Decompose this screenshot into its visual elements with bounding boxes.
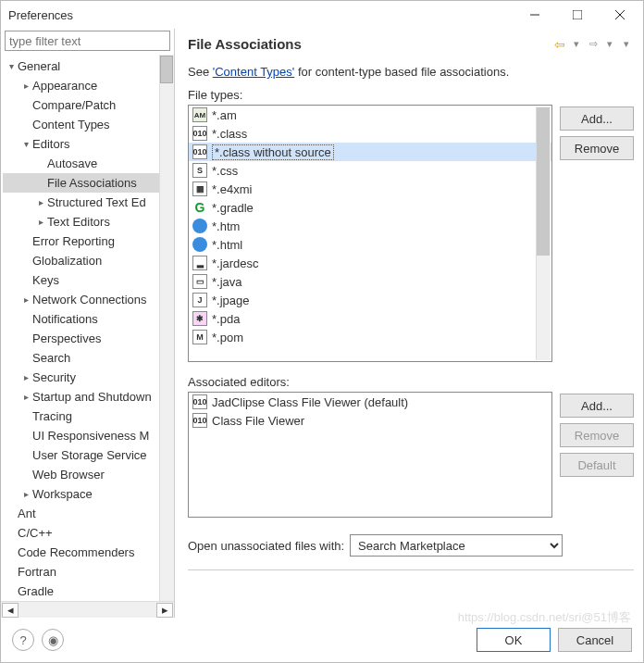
expand-icon[interactable] [5, 507, 18, 520]
tree-node[interactable]: Error Reporting [3, 231, 174, 251]
ok-button[interactable]: OK [477, 628, 551, 652]
content-types-link[interactable]: 'Content Types' [213, 65, 295, 79]
list-item[interactable]: 010Class File Viewer [189, 411, 551, 430]
tree-node[interactable]: ▾General [3, 56, 174, 76]
tree-node[interactable]: File Associations [3, 173, 174, 193]
tree-node[interactable]: Autosave [3, 154, 174, 173]
help-icon[interactable]: ? [12, 629, 34, 651]
expand-icon[interactable]: ▾ [19, 138, 32, 151]
list-item[interactable]: *.htm [189, 217, 551, 235]
preference-tree[interactable]: ▾General▸AppearanceCompare/PatchContent … [1, 55, 174, 601]
editors-list[interactable]: 010JadClipse Class File Viewer (default)… [188, 392, 552, 518]
list-item[interactable]: *.html [189, 235, 551, 254]
expand-icon[interactable] [5, 585, 18, 598]
add-editor-button[interactable]: Add... [560, 394, 634, 418]
tree-node[interactable]: Globalization [3, 251, 174, 270]
forward-menu-icon[interactable]: ▾ [602, 37, 617, 52]
tree-node[interactable]: ▸Network Connections [3, 290, 174, 309]
tree-node[interactable]: ▸Security [3, 368, 174, 387]
expand-icon[interactable]: ▸ [19, 80, 32, 93]
tree-node[interactable]: ▾Editors [3, 134, 174, 154]
expand-icon[interactable] [19, 352, 32, 365]
tree-node[interactable]: Tracing [3, 407, 174, 426]
tree-hscroll[interactable]: ◂ ▸ [1, 601, 174, 618]
expand-icon[interactable]: ▸ [19, 371, 32, 384]
scroll-left-icon[interactable]: ◂ [2, 603, 19, 618]
expand-icon[interactable] [5, 527, 18, 540]
back-icon[interactable]: ⇦ [552, 37, 567, 52]
expand-icon[interactable]: ▸ [34, 216, 47, 229]
expand-icon[interactable] [19, 332, 32, 345]
open-with-select[interactable]: Search Marketplace [350, 534, 563, 557]
list-item[interactable]: ▂*.jardesc [189, 254, 551, 272]
tree-scrollbar[interactable] [159, 55, 174, 601]
tree-node[interactable]: Compare/Patch [3, 95, 174, 115]
expand-icon[interactable] [19, 255, 32, 268]
expand-icon[interactable] [19, 99, 32, 112]
tree-label: Content Types [32, 118, 110, 131]
expand-icon[interactable]: ▾ [5, 60, 18, 73]
expand-icon[interactable] [34, 177, 47, 190]
expand-icon[interactable]: ▸ [19, 391, 32, 404]
list-item[interactable]: J*.jpage [189, 291, 551, 309]
expand-icon[interactable] [19, 235, 32, 248]
expand-icon[interactable]: ▸ [34, 196, 47, 209]
tree-node[interactable]: ▸Startup and Shutdown [3, 387, 174, 407]
maximize-button[interactable] [556, 1, 599, 29]
tree-node[interactable]: ▸Workspace [3, 484, 174, 504]
apply-icon[interactable]: ◉ [42, 629, 64, 651]
tree-node[interactable]: UI Responsiveness M [3, 426, 174, 445]
tree-node[interactable]: Search [3, 348, 174, 368]
expand-icon[interactable]: ▸ [19, 488, 32, 501]
remove-filetype-button[interactable]: Remove [560, 136, 634, 160]
expand-icon[interactable] [5, 546, 18, 559]
minimize-button[interactable] [514, 1, 556, 29]
list-item[interactable]: 010*.class without source [189, 143, 551, 161]
tree-node[interactable]: Perspectives [3, 329, 174, 348]
add-filetype-button[interactable]: Add... [560, 106, 634, 131]
expand-icon[interactable] [19, 449, 32, 462]
expand-icon[interactable] [19, 313, 32, 326]
expand-icon[interactable] [34, 157, 47, 170]
expand-icon[interactable]: ▸ [19, 294, 32, 306]
tree-node[interactable]: Content Types [3, 115, 174, 134]
tree-node[interactable]: ▸Text Editors [3, 212, 174, 231]
expand-icon[interactable] [19, 430, 32, 443]
filter-input[interactable] [5, 31, 170, 51]
remove-editor-button[interactable]: Remove [560, 423, 634, 447]
cancel-button[interactable]: Cancel [558, 628, 632, 652]
expand-icon[interactable] [19, 119, 32, 131]
tree-node[interactable]: Fortran [3, 562, 174, 582]
list-item[interactable]: ▭*.java [189, 272, 551, 291]
expand-icon[interactable] [19, 469, 32, 482]
filetypes-list[interactable]: AM*.am010*.class010*.class without sourc… [188, 105, 552, 362]
list-item[interactable]: 010*.class [189, 124, 551, 143]
tree-node[interactable]: Gradle [3, 582, 174, 601]
tree-node[interactable]: Ant [3, 504, 174, 523]
tree-node[interactable]: ▸Appearance [3, 76, 174, 95]
tree-node[interactable]: Code Recommenders [3, 543, 174, 562]
tree-node[interactable]: ▸Structured Text Ed [3, 193, 174, 212]
list-item[interactable]: ▦*.e4xmi [189, 180, 551, 198]
list-item[interactable]: 010JadClipse Class File Viewer (default) [189, 393, 551, 411]
list-item[interactable]: S*.css [189, 161, 551, 180]
page-menu-icon[interactable]: ▾ [619, 37, 634, 52]
back-menu-icon[interactable]: ▾ [569, 37, 584, 52]
tree-node[interactable]: User Storage Service [3, 445, 174, 465]
tree-node[interactable]: C/C++ [3, 523, 174, 543]
filetypes-scrollbar[interactable] [536, 106, 551, 360]
expand-icon[interactable] [19, 274, 32, 287]
list-item[interactable]: AM*.am [189, 106, 551, 124]
list-item[interactable]: M*.pom [189, 328, 551, 346]
tree-node[interactable]: Web Browser [3, 465, 174, 484]
expand-icon[interactable] [19, 410, 32, 423]
forward-icon[interactable]: ⇨ [586, 37, 601, 52]
tree-node[interactable]: Keys [3, 270, 174, 290]
expand-icon[interactable] [5, 566, 18, 579]
tree-node[interactable]: Notifications [3, 309, 174, 329]
close-button[interactable] [599, 1, 641, 29]
default-editor-button[interactable]: Default [560, 453, 634, 477]
list-item[interactable]: ✱*.pda [189, 309, 551, 328]
scroll-right-icon[interactable]: ▸ [156, 603, 173, 618]
list-item[interactable]: G*.gradle [189, 198, 551, 217]
